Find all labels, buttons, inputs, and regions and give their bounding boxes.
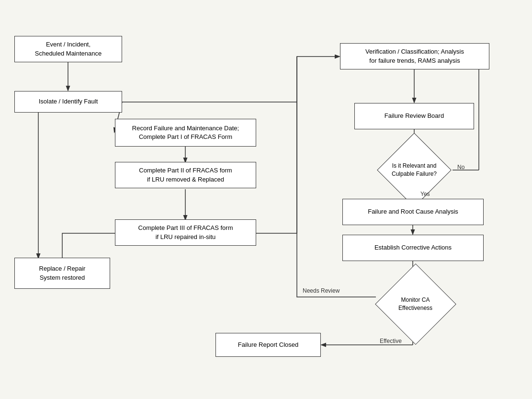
monitor-diamond-container: Monitor CA Effectiveness xyxy=(374,275,457,333)
relevant-diamond-container: Is it Relevant andCulpable Failure? xyxy=(376,141,453,199)
record-box: Record Failure and Maintenance Date;Comp… xyxy=(115,119,256,147)
frca-box: Failure and Root Cause Analysis xyxy=(342,199,484,225)
isolate-box: Isolate / Identify Fault xyxy=(14,91,122,113)
needs-review-label: Needs Review xyxy=(303,287,340,294)
event-box: Event / Incident,Scheduled Maintenance xyxy=(14,36,122,62)
replace-box: Replace / RepairSystem restored xyxy=(14,258,110,289)
relevant-diamond-text: Is it Relevant andCulpable Failure? xyxy=(390,162,438,178)
closed-box: Failure Report Closed xyxy=(215,333,321,357)
partIII-box: Complete Part III of FRACAS formif LRU r… xyxy=(115,219,256,246)
partII-box: Complete Part II of FRACAS formif LRU re… xyxy=(115,162,256,188)
frb-box: Failure Review Board xyxy=(354,103,474,129)
monitor-diamond-text: Monitor CA Effectiveness xyxy=(388,296,443,312)
effective-label: Effective xyxy=(380,338,402,344)
verification-box: Verification / Classification; Analysisf… xyxy=(340,43,489,69)
corrective-box: Establish Corrective Actions xyxy=(342,235,484,261)
flowchart-diagram: Event / Incident,Scheduled Maintenance I… xyxy=(0,0,532,399)
no-label: No xyxy=(457,164,464,171)
yes-label: Yes xyxy=(420,191,430,197)
